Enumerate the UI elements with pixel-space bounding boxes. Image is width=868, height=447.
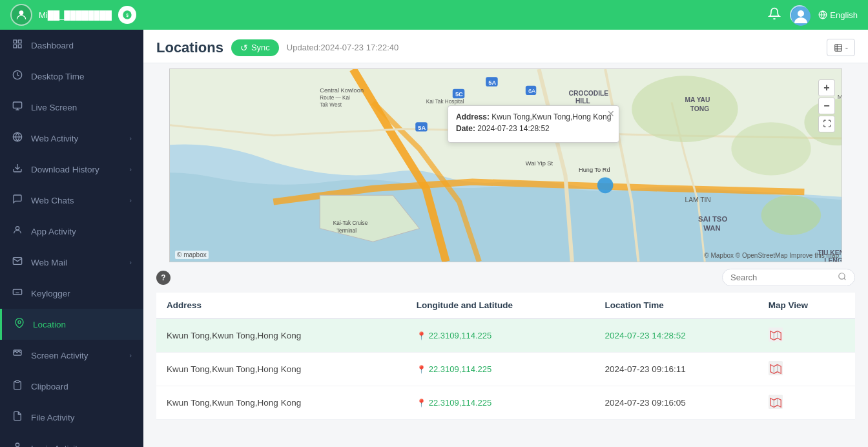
sidebar-item-desktop-time[interactable]: Desktop Time [0,61,143,92]
popup-address: Address: Kwun Tong,Kwun Tong,Hong Kong [456,112,611,121]
location-icon [14,318,25,331]
search-box [722,269,855,286]
map-wrapper: Central Kowloon Route — Kai Tak West Kai… [143,63,868,262]
map-popup: ✕ Address: Kwun Tong,Kwun Tong,Hong Kong… [448,105,619,143]
coord-value: 22.3109,114.225 [429,364,492,374]
sidebar-item-screen-activity[interactable]: Screen Activity › [0,340,143,371]
cell-mapview[interactable] [758,318,855,353]
sidebar-item-web-activity[interactable]: Web Activity › [0,123,143,154]
map-attribution: © Mapbox © OpenStreetMap Improve this ma… [704,252,839,259]
fullscreen-button[interactable]: ⛶ [818,116,835,132]
svg-text:SAI TSO: SAI TSO [698,215,727,223]
main-layout: Dashboard Desktop Time Live Screen [0,30,868,447]
zoom-in-button[interactable]: + [818,79,835,96]
svg-text:$: $ [126,13,129,18]
svg-point-22 [16,443,19,446]
screen-activity-icon [12,349,23,362]
svg-point-4 [798,10,804,17]
svg-point-17 [16,227,19,230]
chevron-right-icon: › [129,196,132,204]
table-body: Kwun Tong,Kwun Tong,Hong Kong 📍 22.3109,… [156,318,855,420]
svg-text:MA YAU: MA YAU [685,96,710,103]
svg-text:5C: 5C [455,91,463,98]
table-header: Address Longitude and Latitude Location … [156,293,855,318]
cell-coords[interactable]: 📍 22.3109,114.225 [406,353,595,386]
chevron-right-icon: › [129,258,132,266]
download-history-icon [12,163,23,176]
coins-badge[interactable]: $ [118,6,136,24]
web-chats-icon [12,194,23,207]
sidebar-item-location[interactable]: Location [0,309,143,340]
sidebar: Dashboard Desktop Time Live Screen [0,30,143,447]
clipboard-icon [12,380,23,393]
svg-text:WAN: WAN [703,224,720,232]
map-view-button[interactable] [769,361,783,375]
sidebar-item-web-mail[interactable]: Web Mail › [0,247,143,278]
svg-text:5A: 5A [418,125,426,131]
popup-date: Date: 2024-07-23 14:28:52 [456,124,611,133]
table-section: ? Address Longitude and Latitude [143,262,868,447]
sync-button[interactable]: ↺ Sync [231,39,279,56]
desktop-time-icon [12,70,23,83]
coord-value: 22.3109,114.225 [429,398,492,408]
col-coords: Longitude and Latitude [406,293,595,318]
login-activity-icon [12,442,23,447]
web-activity-icon [12,132,23,145]
svg-text:Tak West: Tak West [320,102,342,108]
svg-point-58 [597,177,614,193]
svg-point-0 [19,10,24,15]
svg-rect-8 [14,45,17,48]
table-toolbar: ? [156,262,855,293]
cell-mapview[interactable] [758,386,855,420]
cell-address: Kwun Tong,Kwun Tong,Hong Kong [156,353,406,386]
web-mail-icon [12,256,23,269]
keylogger-icon [12,287,23,300]
map-controls: + − ⛶ [818,79,835,132]
map-view-button[interactable] [769,395,783,409]
svg-point-28 [632,76,738,142]
search-input[interactable] [730,273,834,282]
cell-coords[interactable]: 📍 22.3109,114.225 [406,318,595,353]
sidebar-item-clipboard[interactable]: Clipboard [0,371,143,402]
help-button[interactable]: ? [156,271,170,285]
export-label: - [845,43,848,52]
sidebar-label-dashboard: Dashboard [31,41,74,50]
svg-text:Hung To Rd: Hung To Rd [579,167,610,173]
cell-mapview[interactable] [758,353,855,386]
map-view-button[interactable] [769,327,783,342]
svg-point-19 [18,321,21,324]
search-icon [838,272,847,283]
sidebar-item-login-activity[interactable]: Login Activity [0,433,143,447]
sync-label: Sync [251,43,270,52]
location-pin-icon: 📍 [417,331,426,340]
live-screen-icon [12,101,23,114]
sidebar-label-web-activity: Web Activity [31,134,78,143]
sync-icon: ↺ [240,43,248,53]
svg-text:Kai Tak Hospital: Kai Tak Hospital [426,99,464,105]
coord-value: 22.3109,114.225 [429,331,492,340]
svg-text:5A: 5A [488,79,496,86]
sidebar-item-web-chats[interactable]: Web Chats › [0,185,143,216]
export-button[interactable]: - [827,39,855,56]
language-button[interactable]: English [818,10,858,20]
sidebar-item-download-history[interactable]: Download History › [0,154,143,185]
bell-icon[interactable] [768,7,781,23]
sidebar-item-file-activity[interactable]: File Activity [0,402,143,433]
svg-point-59 [839,273,845,279]
user-avatar-small[interactable] [790,5,809,25]
map-container[interactable]: Central Kowloon Route — Kai Tak West Kai… [169,68,842,262]
svg-text:Mau Wu...: Mau Wu... [838,94,842,100]
sidebar-item-app-activity[interactable]: App Activity [0,216,143,247]
sidebar-label-download-history: Download History [31,165,99,174]
location-pin-icon: 📍 [417,365,426,374]
sidebar-item-dashboard[interactable]: Dashboard [0,30,143,61]
mapbox-logo: © mapbox [175,251,209,259]
popup-close-button[interactable]: ✕ [607,109,615,119]
sidebar-item-live-screen[interactable]: Live Screen [0,92,143,123]
zoom-out-button[interactable]: − [818,98,835,114]
svg-rect-11 [13,102,21,108]
sidebar-label-live-screen: Live Screen [31,103,77,112]
sidebar-item-keylogger[interactable]: Keylogger [0,278,143,309]
svg-text:Terminal: Terminal [336,228,356,234]
cell-coords[interactable]: 📍 22.3109,114.225 [406,386,595,420]
